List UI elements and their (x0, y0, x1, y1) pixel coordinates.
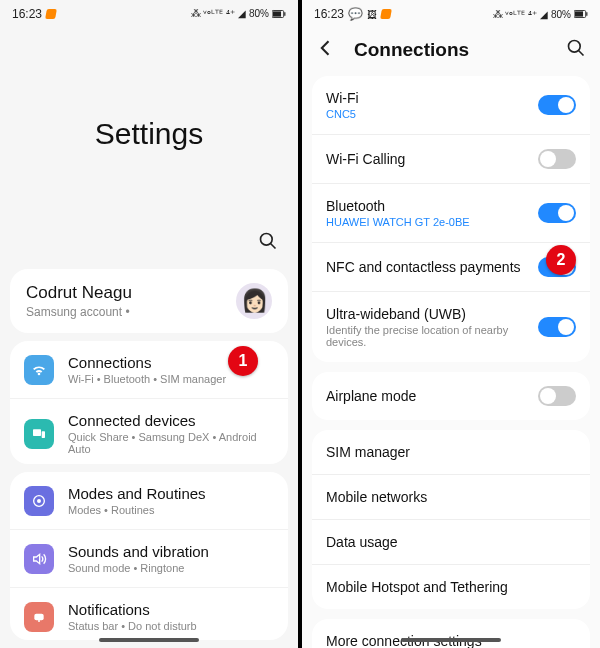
svg-rect-5 (33, 429, 41, 436)
row-title: NFC and contactless payments (326, 259, 528, 275)
toggle[interactable] (538, 95, 576, 115)
settings-item-connected-devices[interactable]: Connected devices Quick Share • Samsung … (10, 398, 288, 464)
account-name: Codrut Neagu (26, 283, 132, 303)
status-signal: ⁂ ᵛᵒᴸᵀᴱ ⁴⁺ ◢ (493, 9, 548, 20)
battery-icon (574, 8, 588, 20)
row-title: Mobile networks (326, 489, 576, 505)
row-title: SIM manager (326, 444, 576, 460)
svg-point-8 (37, 499, 41, 503)
toggle[interactable] (538, 386, 576, 406)
item-title: Sounds and vibration (68, 543, 274, 560)
home-indicator[interactable] (99, 638, 199, 642)
toggle[interactable] (538, 317, 576, 337)
row-title: Ultra-wideband (UWB) (326, 306, 528, 322)
header: Connections (302, 28, 600, 76)
svg-rect-9 (34, 613, 43, 620)
svg-point-14 (569, 41, 581, 53)
recording-dot-icon (380, 9, 392, 19)
toggle[interactable] (538, 149, 576, 169)
row-more-connection-settings[interactable]: More connection settings (312, 619, 590, 648)
bell-icon (24, 602, 54, 632)
row-wi-fi[interactable]: Wi-FiCNC5 (312, 76, 590, 135)
svg-rect-6 (42, 431, 45, 438)
item-sub: Modes • Routines (68, 504, 274, 516)
row-title: Wi-Fi Calling (326, 151, 528, 167)
battery-icon (272, 8, 286, 20)
status-battery: 80% (249, 8, 269, 19)
status-bar: 16:23 ⁂ ᵛᵒᴸᵀᴱ ⁴⁺ ◢ 80% (0, 0, 298, 27)
status-time: 16:23 (314, 7, 344, 21)
page-title: Settings (0, 117, 298, 151)
sound-icon (24, 544, 54, 574)
item-title: Notifications (68, 601, 274, 618)
row-title: Mobile Hotspot and Tethering (326, 579, 576, 595)
item-title: Modes and Routines (68, 485, 274, 502)
avatar: 👩🏻 (236, 283, 272, 319)
item-sub: Quick Share • Samsung DeX • Android Auto (68, 431, 274, 455)
row-title: Data usage (326, 534, 576, 550)
status-signal: ⁂ ᵛᵒᴸᵀᴱ ⁴⁺ ◢ (191, 8, 246, 19)
wifi-icon (24, 355, 54, 385)
row-mobile-networks[interactable]: Mobile networks (312, 475, 590, 520)
row-mobile-hotspot-and-tethering[interactable]: Mobile Hotspot and Tethering (312, 565, 590, 609)
row-sub: CNC5 (326, 108, 528, 120)
account-card[interactable]: Codrut Neagu Samsung account • 👩🏻 (10, 269, 288, 333)
row-wi-fi-calling[interactable]: Wi-Fi Calling (312, 135, 590, 184)
whatsapp-icon: 💬 (348, 7, 363, 21)
back-button[interactable] (316, 38, 336, 62)
annotation-badge-1: 1 (228, 346, 258, 376)
item-sub: Status bar • Do not disturb (68, 620, 274, 632)
svg-line-15 (579, 51, 584, 56)
row-title: Airplane mode (326, 388, 528, 404)
annotation-badge-2: 2 (546, 245, 576, 275)
devices-icon (24, 419, 54, 449)
row-sub: HUAWEI WATCH GT 2e-0BE (326, 216, 528, 228)
status-battery: 80% (551, 9, 571, 20)
svg-point-10 (38, 620, 40, 622)
settings-item-sounds-and-vibration[interactable]: Sounds and vibration Sound mode • Ringto… (10, 529, 288, 587)
settings-item-notifications[interactable]: Notifications Status bar • Do not distur… (10, 587, 288, 640)
item-sub: Sound mode • Ringtone (68, 562, 274, 574)
svg-line-4 (271, 244, 276, 249)
toggle[interactable] (538, 203, 576, 223)
row-sim-manager[interactable]: SIM manager (312, 430, 590, 475)
row-ultra-wideband-uwb-[interactable]: Ultra-wideband (UWB)Identify the precise… (312, 292, 590, 362)
account-sub: Samsung account • (26, 305, 132, 319)
row-data-usage[interactable]: Data usage (312, 520, 590, 565)
search-icon[interactable] (258, 231, 278, 255)
row-title: Bluetooth (326, 198, 528, 214)
status-time: 16:23 (12, 7, 42, 21)
row-airplane-mode[interactable]: Airplane mode (312, 372, 590, 420)
recording-dot-icon (45, 9, 57, 19)
search-icon[interactable] (566, 38, 586, 62)
svg-rect-1 (273, 11, 281, 16)
svg-point-3 (261, 234, 273, 246)
svg-rect-13 (586, 12, 587, 16)
settings-item-modes-and-routines[interactable]: Modes and Routines Modes • Routines (10, 472, 288, 529)
row-title: Wi-Fi (326, 90, 528, 106)
status-bar: 16:23 💬 🖼 ⁂ ᵛᵒᴸᵀᴱ ⁴⁺ ◢ 80% (302, 0, 600, 28)
row-bluetooth[interactable]: BluetoothHUAWEI WATCH GT 2e-0BE (312, 184, 590, 243)
picture-icon: 🖼 (367, 9, 377, 20)
svg-rect-2 (284, 12, 285, 16)
header-title: Connections (354, 39, 548, 61)
row-sub: Identify the precise location of nearby … (326, 324, 528, 348)
item-title: Connected devices (68, 412, 274, 429)
svg-rect-12 (575, 11, 583, 16)
home-indicator[interactable] (401, 638, 501, 642)
routines-icon (24, 486, 54, 516)
